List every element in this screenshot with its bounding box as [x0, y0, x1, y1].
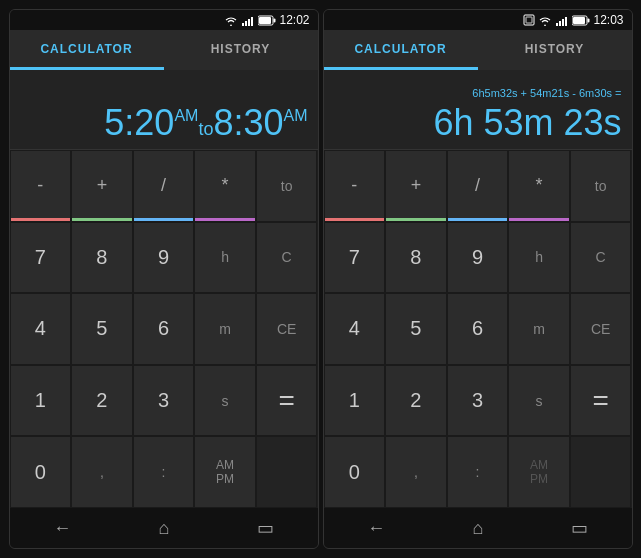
phone-2: 12:03 CALCULATOR HISTORY 6h5m32s + 54m21… [323, 9, 633, 549]
home-icon-2[interactable]: ⌂ [473, 518, 484, 539]
key-mul-2[interactable]: * [508, 150, 570, 222]
key-8-2[interactable]: 8 [385, 222, 447, 294]
key-minus-2[interactable]: - [324, 150, 386, 222]
key-1-2[interactable]: 1 [324, 365, 386, 437]
key-ampm-1[interactable]: AM PM [194, 436, 256, 508]
key-6-1[interactable]: 6 [133, 293, 195, 365]
key-row-5-2: 0 , : AM PM [324, 436, 632, 508]
key-m-2[interactable]: m [508, 293, 570, 365]
status-icons-1: 12:02 [224, 13, 309, 27]
key-ce-1[interactable]: CE [256, 293, 318, 365]
key-m-1[interactable]: m [194, 293, 256, 365]
key-2-2[interactable]: 2 [385, 365, 447, 437]
phone-1: 12:02 CALCULATOR HISTORY 5:20AMto8:30AM … [9, 9, 319, 549]
keypad-1: - + / * to 7 8 9 h C 4 5 6 m CE 1 2 3 s … [10, 150, 318, 508]
key-minus-1[interactable]: - [10, 150, 72, 222]
key-h-1[interactable]: h [194, 222, 256, 294]
svg-rect-3 [251, 17, 253, 26]
key-0-1[interactable]: 0 [10, 436, 72, 508]
key-7-1[interactable]: 7 [10, 222, 72, 294]
tab-calculator-1[interactable]: CALCULATOR [10, 30, 164, 70]
svg-rect-1 [245, 21, 247, 26]
key-eq-2[interactable]: = [570, 365, 632, 437]
signal-icon-2 [555, 14, 569, 26]
key-s-2[interactable]: s [508, 365, 570, 437]
wifi-icon [224, 14, 238, 26]
key-comma-1[interactable]: , [71, 436, 133, 508]
key-3-1[interactable]: 3 [133, 365, 195, 437]
tabs-2: CALCULATOR HISTORY [324, 30, 632, 70]
key-plus-2[interactable]: + [385, 150, 447, 222]
key-2-1[interactable]: 2 [71, 365, 133, 437]
svg-rect-9 [556, 23, 558, 26]
display-2: 6h5m32s + 54m21s - 6m30s = 6h 53m 23s [324, 70, 632, 150]
key-row-3-1: 4 5 6 m CE [10, 293, 318, 365]
tab-calculator-2[interactable]: CALCULATOR [324, 30, 478, 70]
key-3-2[interactable]: 3 [447, 365, 509, 437]
svg-rect-6 [274, 18, 276, 22]
nav-bar-2: ← ⌂ ▭ [324, 508, 632, 548]
key-eq-1[interactable]: = [256, 365, 318, 437]
key-comma-2[interactable]: , [385, 436, 447, 508]
key-row-2-1: 7 8 9 h C [10, 222, 318, 294]
result-2: 6h 53m 23s [433, 103, 621, 143]
key-4-2[interactable]: 4 [324, 293, 386, 365]
svg-rect-14 [573, 17, 585, 24]
key-9-1[interactable]: 9 [133, 222, 195, 294]
key-row-5-1: 0 , : AM PM [10, 436, 318, 508]
key-colon-1[interactable]: : [133, 436, 195, 508]
keypad-2: - + / * to 7 8 9 h C 4 5 6 m CE 1 2 3 s … [324, 150, 632, 508]
recents-icon-2[interactable]: ▭ [571, 517, 588, 539]
key-div-2[interactable]: / [447, 150, 509, 222]
key-s-1[interactable]: s [194, 365, 256, 437]
key-to-2[interactable]: to [570, 150, 632, 222]
key-row-2-2: 7 8 9 h C [324, 222, 632, 294]
back-icon-2[interactable]: ← [367, 518, 385, 539]
recents-icon-1[interactable]: ▭ [257, 517, 274, 539]
status-icons-2: 12:03 [523, 13, 623, 27]
key-div-1[interactable]: / [133, 150, 195, 222]
battery-icon [258, 15, 276, 26]
key-plus-1[interactable]: + [71, 150, 133, 222]
key-to-1[interactable]: to [256, 150, 318, 222]
svg-rect-12 [565, 17, 567, 26]
svg-rect-2 [248, 19, 250, 26]
key-c-1[interactable]: C [256, 222, 318, 294]
tab-history-1[interactable]: HISTORY [164, 30, 318, 70]
key-4-1[interactable]: 4 [10, 293, 72, 365]
key-7-2[interactable]: 7 [324, 222, 386, 294]
key-row-4-1: 1 2 3 s = [10, 365, 318, 437]
svg-rect-15 [588, 18, 590, 22]
key-1-1[interactable]: 1 [10, 365, 72, 437]
back-icon-1[interactable]: ← [53, 518, 71, 539]
tab-history-2[interactable]: HISTORY [478, 30, 632, 70]
key-9-2[interactable]: 9 [447, 222, 509, 294]
key-empty-2 [570, 436, 632, 508]
home-icon-1[interactable]: ⌂ [159, 518, 170, 539]
status-bar-2: 12:03 [324, 10, 632, 30]
nav-bar-1: ← ⌂ ▭ [10, 508, 318, 548]
svg-rect-7 [524, 15, 534, 25]
key-colon-2[interactable]: : [447, 436, 509, 508]
time-2: 12:03 [593, 13, 623, 27]
time-1: 12:02 [279, 13, 309, 27]
wifi-icon-2 [538, 14, 552, 26]
svg-rect-0 [242, 23, 244, 26]
screenshot-icon [523, 14, 535, 26]
key-c-2[interactable]: C [570, 222, 632, 294]
svg-rect-8 [526, 17, 532, 23]
key-5-2[interactable]: 5 [385, 293, 447, 365]
formula-2: 6h5m32s + 54m21s - 6m30s = [472, 87, 621, 103]
key-ampm-2[interactable]: AM PM [508, 436, 570, 508]
key-6-2[interactable]: 6 [447, 293, 509, 365]
key-8-1[interactable]: 8 [71, 222, 133, 294]
status-bar-1: 12:02 [10, 10, 318, 30]
key-mul-1[interactable]: * [194, 150, 256, 222]
key-5-1[interactable]: 5 [71, 293, 133, 365]
key-0-2[interactable]: 0 [324, 436, 386, 508]
key-h-2[interactable]: h [508, 222, 570, 294]
result-1: 5:20AMto8:30AM [104, 103, 307, 143]
tabs-1: CALCULATOR HISTORY [10, 30, 318, 70]
key-row-ops-2: - + / * to [324, 150, 632, 222]
key-ce-2[interactable]: CE [570, 293, 632, 365]
